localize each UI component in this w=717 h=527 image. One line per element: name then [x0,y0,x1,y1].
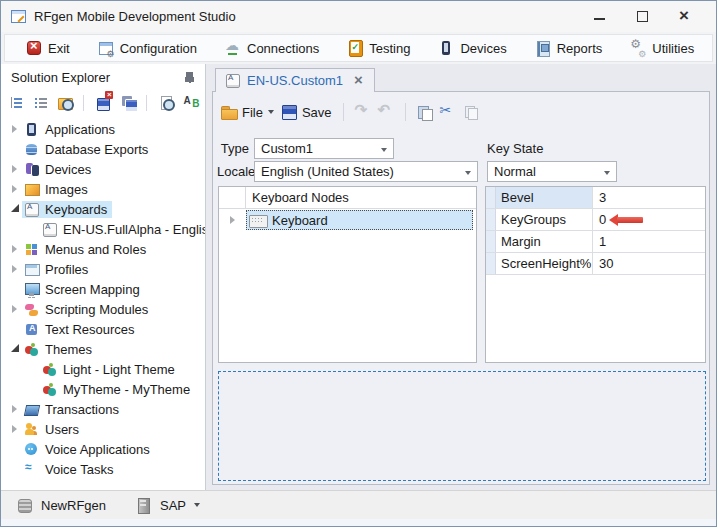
solution-explorer-header: Solution Explorer [1,64,205,90]
pin-icon[interactable] [184,71,195,84]
sidebar-item-light-light-theme[interactable]: Light - Light Theme [1,359,205,379]
sidebar-item-users[interactable]: Users [1,419,205,439]
toolbar-button-connections[interactable]: Connections [214,37,330,59]
keyboard-node-label: Keyboard [272,213,328,228]
tab-en-us-custom1[interactable]: EN-US.Custom1 [215,68,375,92]
expand-arrow-icon[interactable] [7,405,22,413]
redo-icon[interactable] [355,104,371,120]
sidebar-tool-find-preview[interactable] [158,95,173,111]
status-item-newrfgen[interactable]: NewRFgen [17,497,106,513]
themes-icon [24,342,40,357]
keyboard-key-icon [225,73,241,88]
locale-dropdown[interactable]: English (United States) [254,161,478,182]
utilities-icon [630,40,646,56]
minimize-button[interactable] [593,10,606,23]
find-preview-icon [159,95,175,111]
expand-arrow-icon[interactable] [7,125,22,133]
tab-close-icon[interactable] [353,75,365,87]
toolbar-button-exit[interactable]: Exit [15,37,81,59]
menus-roles-icon [24,242,40,257]
tree-item-content: MyTheme - MyTheme [40,381,195,398]
sidebar-item-profiles[interactable]: Profiles [1,259,205,279]
sidebar-item-en-us-fullalpha-english[interactable]: EN-US.FullAlpha - English (... [1,219,205,239]
property-row-gutter [486,187,496,208]
property-row-screenheight[interactable]: ScreenHeight%30 [486,253,705,275]
property-row-gutter [486,231,496,252]
property-row-bevel[interactable]: Bevel3 [486,187,705,209]
property-row-keygroups[interactable]: KeyGroups0 [486,209,705,231]
type-dropdown-value: Custom1 [261,141,313,156]
expand-arrow-icon[interactable] [7,185,22,193]
close-button[interactable] [679,10,692,23]
type-dropdown[interactable]: Custom1 [254,138,394,159]
keyboard-nodes-header-label: Keyboard Nodes [246,187,349,208]
keyboard-node-selected[interactable]: Keyboard [246,210,473,230]
toolbar-button-configuration[interactable]: Configuration [87,37,208,59]
database-icon [17,497,33,513]
copy-icon[interactable] [463,104,479,120]
sidebar-tool-save-remove[interactable] [95,95,110,111]
sidebar-item-mytheme-mytheme[interactable]: MyTheme - MyTheme [1,379,205,399]
sidebar-tool-search-folder[interactable] [57,95,72,111]
sidebar-item-voice-tasks[interactable]: Voice Tasks [1,459,205,479]
sidebar-item-transactions[interactable]: Transactions [1,399,205,419]
paste-icon[interactable] [417,104,433,120]
tree-item-label: Images [45,182,88,197]
expand-arrow-icon[interactable] [7,245,22,253]
save-button[interactable]: Save [281,104,332,120]
sidebar-tool-rename[interactable] [183,95,198,111]
toolbar-separator [343,103,344,121]
property-value[interactable]: 3 [593,187,705,208]
property-name: Margin [496,231,593,252]
tree-item-content: Menus and Roles [22,241,151,258]
toolbar-button-testing[interactable]: Testing [336,37,421,59]
sidebar-item-voice-applications[interactable]: Voice Applications [1,439,205,459]
text-resources-icon [24,322,40,337]
tree-item-content: Voice Applications [22,441,155,458]
key-state-dropdown-value: Normal [494,164,536,179]
maximize-button[interactable] [636,10,649,23]
toolbar-button-label: Devices [460,41,506,56]
sidebar-item-scripting-modules[interactable]: Scripting Modules [1,299,205,319]
collapse-arrow-icon[interactable] [7,207,22,212]
sidebar-item-images[interactable]: Images [1,179,205,199]
expand-arrow-icon[interactable] [7,165,22,173]
file-menu-button[interactable]: File [221,104,274,120]
property-name: ScreenHeight% [496,253,593,274]
sidebar-item-database-exports[interactable]: Database Exports [1,139,205,159]
property-value[interactable]: 1 [593,231,705,252]
key-state-dropdown[interactable]: Normal [487,161,617,182]
rename-icon [184,95,200,111]
expand-arrow-icon[interactable] [7,305,22,313]
tree-item-label: EN-US.FullAlpha - English (... [63,222,205,237]
cut-icon[interactable] [440,104,456,120]
undo-icon[interactable] [378,104,394,120]
collapse-arrow-icon[interactable] [7,347,22,352]
toolbar-button-utilities[interactable]: Utilities [619,37,705,59]
sidebar-tool-tree-view[interactable] [8,95,23,111]
sidebar-item-applications[interactable]: Applications [1,119,205,139]
property-row-margin[interactable]: Margin1 [486,231,705,253]
expand-arrow-icon[interactable] [7,265,22,273]
expand-arrow-icon[interactable] [225,216,240,224]
property-value[interactable]: 30 [593,253,705,274]
sidebar-item-screen-mapping[interactable]: Screen Mapping [1,279,205,299]
sidebar-tool-details-view[interactable] [32,95,47,111]
window-bottom-frame [1,519,716,526]
sidebar-item-devices[interactable]: Devices [1,159,205,179]
sidebar-item-themes[interactable]: Themes [1,339,205,359]
keyboard-node-row[interactable]: Keyboard [219,209,476,231]
sidebar-tool-save-all[interactable] [120,95,135,111]
toolbar-button-label: Testing [369,41,410,56]
sidebar-item-keyboards[interactable]: Keyboards [1,199,205,219]
tree-item-label: Profiles [45,262,88,277]
sidebar-item-text-resources[interactable]: Text Resources [1,319,205,339]
sidebar-item-menus-and-roles[interactable]: Menus and Roles [1,239,205,259]
users-icon [24,422,40,437]
status-item-sap[interactable]: SAP [136,497,200,513]
toolbar-button-reports[interactable]: Reports [524,37,614,59]
property-value[interactable]: 0 [593,209,705,230]
expand-arrow-icon[interactable] [7,425,22,433]
toolbar-button-help[interactable]: Help [711,37,717,59]
toolbar-button-devices[interactable]: Devices [427,37,517,59]
